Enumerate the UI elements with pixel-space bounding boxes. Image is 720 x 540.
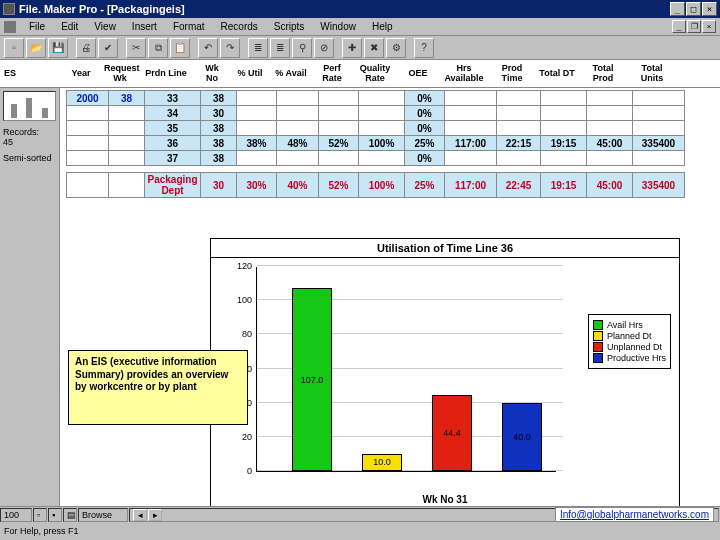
cell: 38% (237, 136, 277, 151)
save-icon[interactable]: 💾 (48, 38, 68, 58)
omit-icon[interactable]: ⊘ (314, 38, 334, 58)
cell (445, 151, 497, 166)
cell: 38 (201, 151, 237, 166)
menu-format[interactable]: Format (166, 20, 212, 33)
table-row[interactable]: 37380% (67, 151, 685, 166)
summary-table-row: Packaging Dept3030%40%52%100%25%117:0022… (67, 173, 685, 198)
cell (67, 106, 109, 121)
hdr-wkno: WkNo (194, 64, 230, 84)
cell (541, 151, 587, 166)
redo-icon[interactable]: ↷ (220, 38, 240, 58)
summary-cell: 30 (201, 173, 237, 198)
script-icon[interactable]: ⚙ (386, 38, 406, 58)
sort-desc-icon[interactable]: ≣ (270, 38, 290, 58)
cut-icon[interactable]: ✂ (126, 38, 146, 58)
cell (277, 91, 319, 106)
mode-label[interactable]: Browse (78, 508, 128, 522)
hdr-leftval: ES (0, 69, 60, 79)
cell (497, 91, 541, 106)
table-row[interactable]: 363838%48%52%100%25%117:0022:1519:1545:0… (67, 136, 685, 151)
cell: 117:00 (445, 136, 497, 151)
hdr-avail: % Avail (270, 69, 312, 79)
table-row[interactable]: 34300% (67, 106, 685, 121)
cell (237, 121, 277, 136)
hdr-util: % Util (230, 69, 270, 79)
hdr-year: Year (60, 69, 102, 79)
summary-cell: 335400 (633, 173, 685, 198)
cell: 0% (405, 91, 445, 106)
doc-close-button[interactable]: × (702, 20, 716, 33)
cell (587, 106, 633, 121)
cell (277, 151, 319, 166)
menubar: File Edit View Insert Format Records Scr… (0, 18, 720, 36)
cell: 35 (145, 121, 201, 136)
cell (633, 151, 685, 166)
maximize-button[interactable]: □ (686, 2, 701, 16)
open-icon[interactable]: 📂 (26, 38, 46, 58)
legend-item: Planned Dt (593, 331, 666, 341)
cell (109, 121, 145, 136)
help-icon[interactable]: ? (414, 38, 434, 58)
cell (319, 106, 359, 121)
statusarea-toggle-icon[interactable]: ▤ (63, 508, 77, 522)
cell: 34 (145, 106, 201, 121)
doc-icon (4, 21, 16, 33)
summary-cell (109, 173, 145, 198)
cell: 0% (405, 151, 445, 166)
email-link[interactable]: Info@globalpharmanetworks.com (555, 507, 714, 522)
cell: 19:15 (541, 136, 587, 151)
table-row[interactable]: 20003833380% (67, 91, 685, 106)
new-record-icon[interactable]: ✚ (342, 38, 362, 58)
cell (587, 91, 633, 106)
new-doc-icon[interactable]: ▫ (4, 38, 24, 58)
bar-label: 107.0 (292, 375, 332, 385)
bar-label: 44.4 (432, 428, 472, 438)
help-hint: For Help, press F1 (4, 526, 79, 536)
cell (445, 106, 497, 121)
summary-cell: 40% (277, 173, 319, 198)
copy-icon[interactable]: ⧉ (148, 38, 168, 58)
cell: 48% (277, 136, 319, 151)
summary-cell: 30% (237, 173, 277, 198)
delete-record-icon[interactable]: ✖ (364, 38, 384, 58)
menu-help[interactable]: Help (365, 20, 400, 33)
cell (277, 106, 319, 121)
menu-records[interactable]: Records (214, 20, 265, 33)
menu-view[interactable]: View (87, 20, 123, 33)
menu-scripts[interactable]: Scripts (267, 20, 312, 33)
cell (633, 91, 685, 106)
undo-icon[interactable]: ↶ (198, 38, 218, 58)
doc-minimize-button[interactable]: _ (672, 20, 686, 33)
menu-file[interactable]: File (22, 20, 52, 33)
menu-edit[interactable]: Edit (54, 20, 85, 33)
zoom-field[interactable]: 100 (0, 508, 32, 522)
cell (237, 151, 277, 166)
cell: 38 (201, 121, 237, 136)
summary-cell: Packaging Dept (145, 173, 201, 198)
cell: 2000 (67, 91, 109, 106)
close-button[interactable]: × (702, 2, 717, 16)
chart-plot: 020406080100120107.010.044.440.0 (256, 267, 556, 472)
chart-legend: Avail HrsPlanned DtUnplanned DtProductiv… (588, 314, 671, 369)
legend-item: Productive Hrs (593, 353, 666, 363)
table-row[interactable]: 35380% (67, 121, 685, 136)
menu-window[interactable]: Window (313, 20, 363, 33)
zoom-in-icon[interactable]: ▪ (48, 508, 62, 522)
cell (445, 121, 497, 136)
menu-insert[interactable]: Insert (125, 20, 164, 33)
doc-restore-button[interactable]: ❐ (687, 20, 701, 33)
cell: 36 (145, 136, 201, 151)
cell: 30 (201, 106, 237, 121)
column-headers: ES Year RequestWk Prdn Line WkNo % Util … (0, 60, 720, 88)
find-icon[interactable]: ⚲ (292, 38, 312, 58)
spell-icon[interactable]: ✔ (98, 38, 118, 58)
sort-asc-icon[interactable]: ≣ (248, 38, 268, 58)
paste-icon[interactable]: 📋 (170, 38, 190, 58)
minimize-button[interactable]: _ (670, 2, 685, 16)
cell (319, 91, 359, 106)
record-navigator[interactable] (3, 91, 56, 121)
cell (541, 106, 587, 121)
zoom-out-icon[interactable]: ▫ (33, 508, 47, 522)
cell: 100% (359, 136, 405, 151)
print-icon[interactable]: 🖨 (76, 38, 96, 58)
